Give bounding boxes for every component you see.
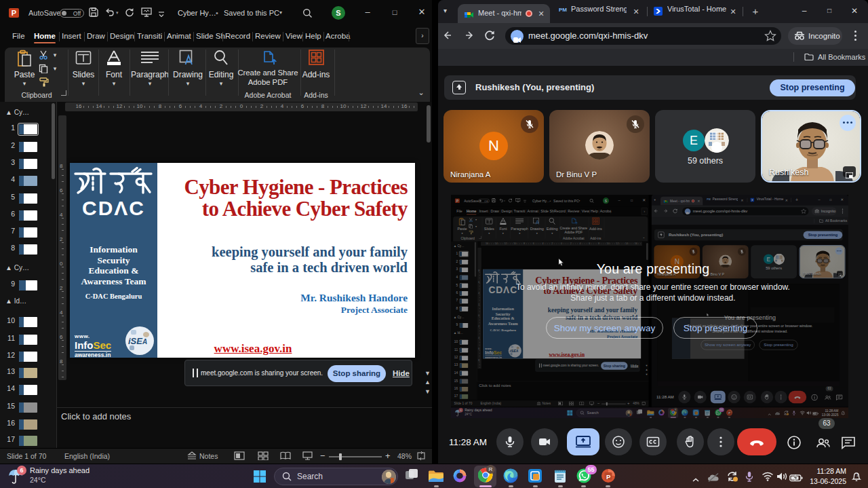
svg-text:P: P [606, 473, 611, 481]
svg-text:Z: Z [857, 473, 859, 477]
